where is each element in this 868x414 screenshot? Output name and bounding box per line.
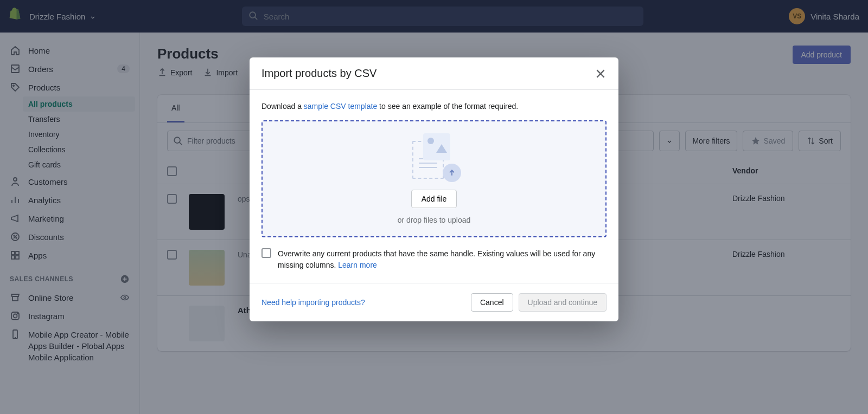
modal-overlay[interactable]: Import products by CSV Download a sample…: [0, 0, 868, 414]
modal-title: Import products by CSV: [261, 67, 376, 80]
learn-more-link[interactable]: Learn more: [338, 261, 377, 269]
modal-body: Download a sample CSV template to see an…: [250, 90, 618, 283]
drop-hint-text: or drop files to upload: [398, 216, 471, 224]
cancel-button[interactable]: Cancel: [471, 293, 513, 312]
overwrite-checkbox[interactable]: [261, 248, 271, 258]
overwrite-label: Overwrite any current products that have…: [278, 248, 607, 271]
modal-header: Import products by CSV: [250, 57, 618, 90]
import-csv-modal: Import products by CSV Download a sample…: [250, 57, 618, 321]
file-dropzone[interactable]: Add file or drop files to upload: [261, 120, 607, 237]
help-link[interactable]: Need help importing products?: [261, 298, 365, 307]
upload-illustration-icon: [407, 133, 461, 182]
add-file-button[interactable]: Add file: [411, 190, 457, 208]
upload-continue-button: Upload and continue: [519, 293, 607, 312]
download-help-text: Download a sample CSV template to see an…: [261, 102, 607, 111]
overwrite-option: Overwrite any current products that have…: [261, 248, 607, 271]
modal-footer: Need help importing products? Cancel Upl…: [250, 283, 618, 321]
sample-csv-link[interactable]: sample CSV template: [304, 102, 377, 111]
close-icon[interactable]: [595, 68, 607, 80]
